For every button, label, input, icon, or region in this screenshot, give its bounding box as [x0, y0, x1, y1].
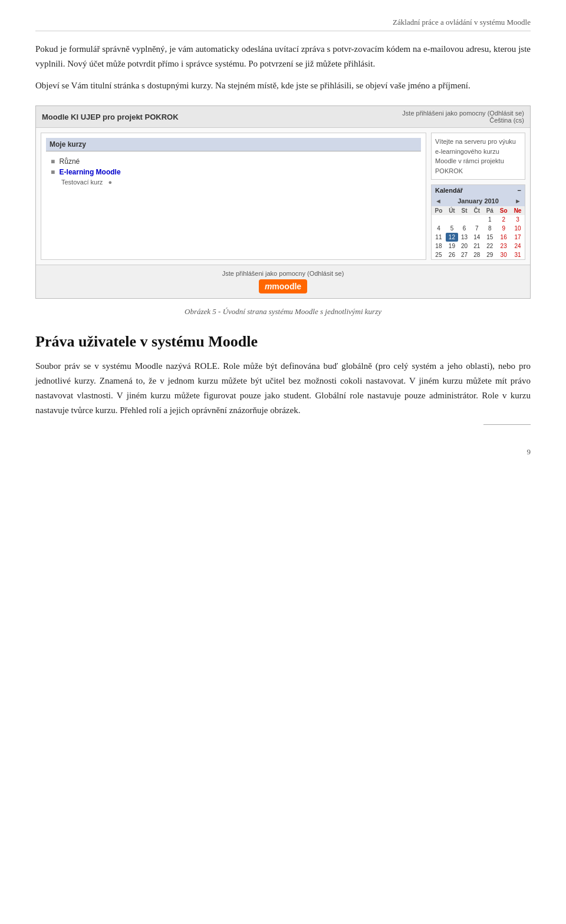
page-number: 9 — [527, 447, 531, 457]
my-courses-title: Moje kurzy — [46, 138, 421, 151]
calendar-day — [432, 215, 446, 224]
course-item-testovaci[interactable]: Testovací kurz ● — [51, 177, 416, 187]
course-list: ■ Různé ■ E-learning Moodle Testovací ku… — [46, 154, 421, 189]
calendar-day[interactable]: 23 — [496, 242, 511, 250]
page-title: Základní práce a ovládání v systému Mood… — [393, 18, 531, 27]
calendar-day[interactable]: 14 — [470, 233, 483, 242]
calendar-next-icon[interactable]: ► — [515, 197, 521, 204]
calendar-widget: Kalendář − ◄ January 2010 ► Po Út — [431, 184, 525, 260]
calendar-day[interactable]: 7 — [470, 224, 483, 233]
calendar-day[interactable]: 18 — [432, 242, 446, 250]
calendar-day[interactable]: 2 — [496, 215, 511, 224]
calendar-day[interactable]: 30 — [496, 250, 511, 259]
calendar-day — [446, 215, 458, 224]
screenshot-login-info: Jste přihlášeni jako pomocny (Odhlásit s… — [402, 110, 524, 124]
calendar-day[interactable]: 6 — [458, 224, 470, 233]
calendar-day[interactable]: 17 — [511, 233, 525, 242]
screenshot-sidebar: Vítejte na serveru pro výuku e-learningo… — [431, 133, 525, 260]
calendar-day[interactable]: 29 — [483, 250, 496, 259]
welcome-widget: Vítejte na serveru pro výuku e-learningo… — [431, 133, 525, 180]
moodle-site-title: Moodle KI UJEP pro projekt POKROK — [42, 113, 179, 121]
calendar-day[interactable]: 13 — [458, 233, 470, 242]
course-item-elearning[interactable]: ■ E-learning Moodle — [51, 167, 416, 177]
calendar-day[interactable]: 28 — [470, 250, 483, 259]
calendar-label: Kalendář — [435, 187, 463, 194]
calendar-day[interactable]: 5 — [446, 224, 458, 233]
calendar-day[interactable]: 12 — [446, 233, 458, 242]
calendar-day[interactable]: 26 — [446, 250, 458, 259]
calendar-day — [470, 215, 483, 224]
login-status: Jste přihlášeni jako pomocny (Odhlásit s… — [402, 110, 524, 117]
calendar-table: Po Út St Čt Pá So Ne 1234567891011121314… — [432, 206, 525, 259]
cal-header-ct: Čt — [470, 206, 483, 215]
cal-header-po: Po — [432, 206, 446, 215]
calendar-day — [458, 215, 470, 224]
calendar-prev-icon[interactable]: ◄ — [435, 197, 442, 204]
page-divider — [483, 424, 531, 425]
cal-header-ne: Ne — [511, 206, 525, 215]
bullet-icon-2: ■ — [51, 168, 55, 176]
bullet-icon: ■ — [51, 157, 55, 166]
calendar-day[interactable]: 27 — [458, 250, 470, 259]
course-item-razne: ■ Různé — [51, 156, 416, 167]
calendar-day[interactable]: 25 — [432, 250, 446, 259]
section-heading: Práva uživatele v systému Moodle — [35, 333, 531, 351]
screenshot-main-panel: Moje kurzy ■ Různé ■ E-learning Moodle T… — [41, 133, 426, 260]
figure-caption: Obrázek 5 - Úvodní strana systému Moodle… — [35, 307, 531, 316]
course-name-elearning: E-learning Moodle — [60, 168, 121, 176]
calendar-month-label: January 2010 — [458, 197, 499, 204]
calendar-minimize-icon[interactable]: − — [518, 187, 521, 194]
cal-header-so: So — [496, 206, 511, 215]
footer-login-text: Jste přihlášeni jako pomocny (Odhlásit s… — [41, 270, 525, 277]
calendar-day[interactable]: 20 — [458, 242, 470, 250]
course-name-razne: Různé — [60, 157, 80, 166]
cal-header-pa: Pá — [483, 206, 496, 215]
screenshot-footer: Jste přihlášeni jako pomocny (Odhlásit s… — [36, 265, 530, 298]
calendar-day[interactable]: 24 — [511, 242, 525, 250]
page-container: Základní práce a ovládání v systému Mood… — [0, 0, 566, 474]
calendar-day[interactable]: 9 — [496, 224, 511, 233]
calendar-day[interactable]: 3 — [511, 215, 525, 224]
calendar-nav-bar: ◄ January 2010 ► — [432, 196, 525, 206]
calendar-day[interactable]: 22 — [483, 242, 496, 250]
calendar-day[interactable]: 15 — [483, 233, 496, 242]
moodle-logo: mmoodle — [259, 279, 307, 293]
course-name-testovaci: Testovací kurz — [61, 179, 103, 186]
calendar-day[interactable]: 10 — [511, 224, 525, 233]
cal-header-st: St — [458, 206, 470, 215]
calendar-day[interactable]: 11 — [432, 233, 446, 242]
moodle-screenshot: Moodle KI UJEP pro projekt POKROK Jste p… — [35, 105, 531, 299]
paragraph-1: Pokud je formulář správně vyplněný, je v… — [35, 42, 531, 71]
cal-header-ut: Út — [446, 206, 458, 215]
course-dot-icon: ● — [108, 179, 112, 186]
calendar-day[interactable]: 8 — [483, 224, 496, 233]
page-header: Základní práce a ovládání v systému Mood… — [35, 18, 531, 31]
section-paragraph-1: Soubor práv se v systému Moodle nazývá R… — [35, 359, 531, 417]
screenshot-body: Moje kurzy ■ Různé ■ E-learning Moodle T… — [36, 128, 530, 265]
calendar-day[interactable]: 16 — [496, 233, 511, 242]
calendar-day[interactable]: 4 — [432, 224, 446, 233]
calendar-day[interactable]: 21 — [470, 242, 483, 250]
welcome-text: Vítejte na serveru pro výuku e-learningo… — [435, 137, 521, 176]
calendar-day[interactable]: 31 — [511, 250, 525, 259]
language-selector: Čeština (cs) — [402, 117, 524, 124]
calendar-day[interactable]: 1 — [483, 215, 496, 224]
calendar-day[interactable]: 19 — [446, 242, 458, 250]
screenshot-topbar: Moodle KI UJEP pro projekt POKROK Jste p… — [36, 106, 530, 128]
paragraph-2: Objeví se Vám titulní stránka s dostupný… — [35, 78, 531, 93]
